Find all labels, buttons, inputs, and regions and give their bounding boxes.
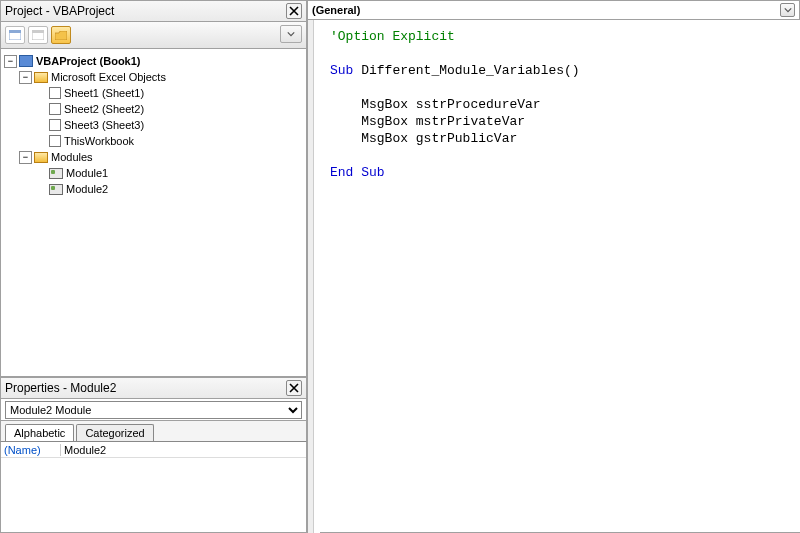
property-value[interactable]: Module2 <box>61 444 306 456</box>
code-text: Different_Module_Variables() <box>353 63 579 78</box>
tree-row-sheet[interactable]: Sheet1 (Sheet1) <box>4 85 303 101</box>
left-column: Project - VBAProject − VBAProject (Book1… <box>0 0 308 533</box>
properties-panel-title: Properties - Module2 <box>5 381 116 395</box>
view-code-icon <box>9 30 21 40</box>
worksheet-icon <box>49 87 61 99</box>
tab-categorized[interactable]: Categorized <box>76 424 153 441</box>
toolbar-toggle-folders-button[interactable] <box>51 26 71 44</box>
tree-label: Module2 <box>66 181 108 197</box>
properties-panel-header: Properties - Module2 <box>0 377 307 399</box>
project-tree[interactable]: − VBAProject (Book1) − Microsoft Excel O… <box>0 49 307 377</box>
properties-object-selector-row: Module2 Module <box>0 399 307 421</box>
tree-row-project[interactable]: − VBAProject (Book1) <box>4 53 303 69</box>
toolbar-view-code-button[interactable] <box>5 26 25 44</box>
tree-label: Module1 <box>66 165 108 181</box>
tree-row-sheet[interactable]: Sheet2 (Sheet2) <box>4 101 303 117</box>
module-icon <box>49 168 63 179</box>
tree-label: ThisWorkbook <box>64 133 134 149</box>
worksheet-icon <box>49 103 61 115</box>
tree-row-module[interactable]: Module1 <box>4 165 303 181</box>
tree-expander[interactable]: − <box>4 55 17 68</box>
properties-tabs: Alphabetic Categorized <box>0 421 307 441</box>
code-pane: (General) 'Option Explicit Sub Different… <box>308 0 800 533</box>
close-icon <box>289 383 299 393</box>
code-line-comment: 'Option Explicit <box>330 29 455 44</box>
properties-object-selector[interactable]: Module2 Module <box>5 401 302 419</box>
close-icon <box>289 6 299 16</box>
code-keyword: Sub <box>330 63 353 78</box>
tab-alphabetic[interactable]: Alphabetic <box>5 424 74 441</box>
svg-rect-1 <box>9 30 21 33</box>
tree-expander[interactable]: − <box>19 71 32 84</box>
folder-icon <box>34 72 48 83</box>
tree-label: VBAProject (Book1) <box>36 53 141 69</box>
chevron-down-icon <box>287 30 295 38</box>
tree-row-sheet[interactable]: Sheet3 (Sheet3) <box>4 117 303 133</box>
code-margin <box>308 20 314 533</box>
code-row-container: 'Option Explicit Sub Different_Module_Va… <box>308 20 800 533</box>
properties-panel-close-button[interactable] <box>286 380 302 396</box>
svg-rect-3 <box>32 30 44 33</box>
workbook-icon <box>49 135 61 147</box>
toolbar-overflow-button[interactable] <box>280 25 302 43</box>
tree-row-modules[interactable]: − Modules <box>4 149 303 165</box>
folder-icon <box>55 31 67 40</box>
module-icon <box>49 184 63 195</box>
tree-row-excel-objects[interactable]: − Microsoft Excel Objects <box>4 69 303 85</box>
worksheet-icon <box>49 119 61 131</box>
code-text: MsgBox gstrPublicVar <box>330 131 517 146</box>
code-text: MsgBox sstrProcedureVar <box>330 97 541 112</box>
tree-label: Sheet1 (Sheet1) <box>64 85 144 101</box>
code-keyword: End Sub <box>330 165 385 180</box>
project-panel-title: Project - VBAProject <box>5 4 114 18</box>
object-combo[interactable]: (General) <box>308 1 799 19</box>
property-name: (Name) <box>1 444 61 456</box>
tree-label: Modules <box>51 149 93 165</box>
object-combo-value: (General) <box>312 4 360 16</box>
properties-panel: Properties - Module2 Module2 Module Alph… <box>0 377 307 533</box>
tree-label: Microsoft Excel Objects <box>51 69 166 85</box>
tree-row-workbook[interactable]: ThisWorkbook <box>4 133 303 149</box>
tree-expander[interactable]: − <box>19 151 32 164</box>
tree-label: Sheet2 (Sheet2) <box>64 101 144 117</box>
chevron-down-icon <box>784 6 792 14</box>
project-panel-header: Project - VBAProject <box>0 0 307 22</box>
properties-grid[interactable]: (Name) Module2 <box>0 441 307 533</box>
object-combo-arrow[interactable] <box>780 3 795 17</box>
tree-label: Sheet3 (Sheet3) <box>64 117 144 133</box>
folder-icon <box>34 152 48 163</box>
toolbar-view-object-button[interactable] <box>28 26 48 44</box>
tree-row-module[interactable]: Module2 <box>4 181 303 197</box>
code-editor[interactable]: 'Option Explicit Sub Different_Module_Va… <box>320 20 800 533</box>
project-icon <box>19 55 33 67</box>
project-toolbar <box>0 22 307 49</box>
project-panel-close-button[interactable] <box>286 3 302 19</box>
view-object-icon <box>32 30 44 40</box>
code-header: (General) <box>308 0 800 20</box>
code-text: MsgBox mstrPrivateVar <box>330 114 525 129</box>
property-row[interactable]: (Name) Module2 <box>1 442 306 458</box>
